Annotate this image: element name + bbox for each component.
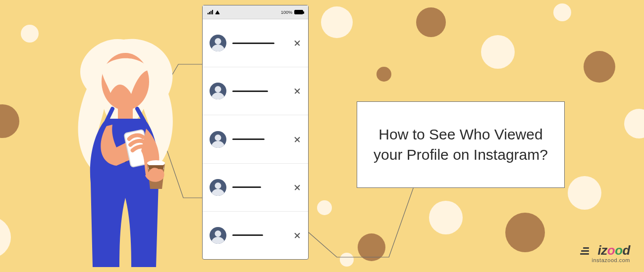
viewer-avatar-icon bbox=[210, 83, 226, 99]
viewer-avatar-icon bbox=[210, 131, 226, 148]
viewer-list-row bbox=[203, 212, 308, 259]
viewer-name-placeholder bbox=[232, 186, 261, 188]
viewer-name-placeholder bbox=[232, 43, 274, 44]
signal-icon bbox=[208, 10, 213, 14]
article-title: How to See Who Viewed your Profile on In… bbox=[372, 125, 549, 165]
viewer-list-row bbox=[203, 164, 308, 212]
polka-dot bbox=[317, 200, 332, 215]
brand-text: o bbox=[607, 243, 615, 258]
polka-dot bbox=[429, 201, 463, 234]
brand-logo: izood instazood.com bbox=[592, 243, 630, 263]
viewer-avatar-icon bbox=[210, 35, 226, 51]
brand-text: iz bbox=[598, 243, 607, 258]
polka-dot bbox=[321, 6, 353, 38]
brand-domain: instazood.com bbox=[592, 257, 630, 263]
brand-wordmark: izood bbox=[592, 243, 630, 258]
viewer-list-row bbox=[203, 19, 308, 67]
polka-dot bbox=[0, 104, 19, 138]
speed-lines-icon bbox=[580, 246, 589, 256]
hero-illustration: 100% How to See Who Viewed your Profile … bbox=[0, 0, 644, 272]
phone-status-bar: 100% bbox=[203, 5, 308, 19]
title-card: How to See Who Viewed your Profile on In… bbox=[357, 101, 565, 188]
polka-dot bbox=[376, 67, 391, 82]
viewer-name-placeholder bbox=[232, 234, 263, 236]
polka-dot bbox=[568, 176, 601, 210]
polka-dot bbox=[584, 51, 615, 83]
polka-dot bbox=[0, 217, 11, 258]
viewer-avatar-icon bbox=[210, 179, 226, 196]
polka-dot bbox=[358, 233, 385, 261]
polka-dot bbox=[624, 109, 644, 138]
viewer-avatar-icon bbox=[210, 227, 226, 244]
profile-viewers-list bbox=[203, 19, 308, 259]
close-icon[interactable] bbox=[293, 136, 301, 143]
close-icon[interactable] bbox=[293, 87, 301, 95]
close-icon[interactable] bbox=[293, 231, 301, 239]
viewer-list-row bbox=[203, 115, 308, 163]
polka-dot bbox=[481, 35, 515, 69]
battery-percent: 100% bbox=[281, 10, 292, 15]
viewer-list-row bbox=[203, 67, 308, 115]
viewer-name-placeholder bbox=[232, 138, 265, 140]
woman-holding-phone-illustration bbox=[57, 35, 191, 272]
svg-rect-1 bbox=[118, 104, 133, 119]
viewer-name-placeholder bbox=[232, 91, 268, 92]
phone-mockup: 100% bbox=[202, 5, 309, 260]
polka-dot bbox=[340, 253, 354, 267]
polka-dot bbox=[416, 7, 446, 37]
battery-icon bbox=[294, 10, 303, 14]
wifi-icon bbox=[215, 10, 220, 14]
close-icon[interactable] bbox=[293, 39, 301, 47]
polka-dot bbox=[505, 213, 545, 252]
polka-dot bbox=[21, 25, 39, 43]
close-icon[interactable] bbox=[293, 183, 301, 191]
brand-text: o bbox=[615, 243, 622, 258]
brand-text: d bbox=[623, 243, 630, 258]
polka-dot bbox=[553, 3, 571, 21]
